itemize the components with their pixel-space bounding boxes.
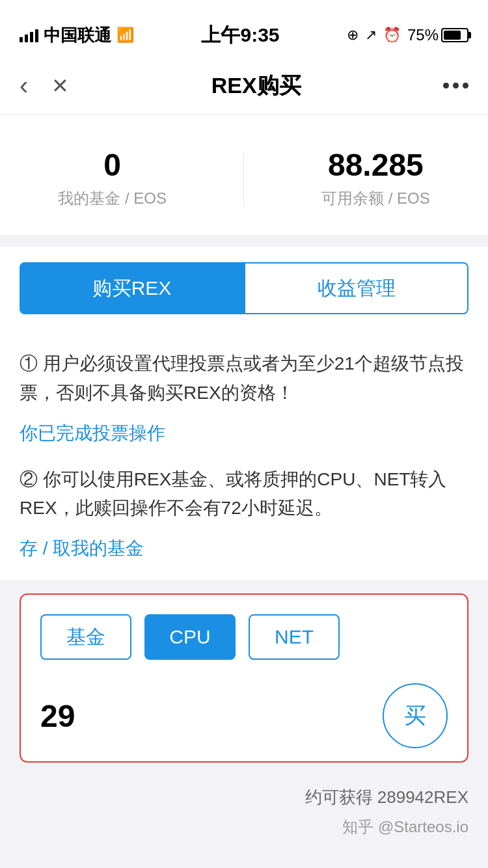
buy-button[interactable]: 买 [383, 683, 448, 748]
brand-label: 知乎 @Starteos.io [0, 814, 488, 857]
close-button[interactable]: ✕ [51, 74, 69, 98]
summary-section: 0 我的基金 / EOS 88.285 可用余额 / EOS [0, 115, 488, 235]
summary-divider [243, 154, 244, 206]
battery-icon [441, 28, 468, 42]
amount-row: 29 买 [40, 683, 448, 748]
back-button[interactable]: ‹ [20, 71, 28, 100]
gps-icon: ⊕ [347, 27, 359, 44]
fund-button[interactable]: 基金 [40, 614, 131, 660]
status-bar: 中国联通 📶 上午9:35 ⊕ ↗ ⏰ 75% [0, 0, 488, 57]
available-balance-item: 88.285 可用余额 / EOS [321, 147, 430, 209]
battery-indicator: 75% [407, 26, 468, 44]
status-right: ⊕ ↗ ⏰ 75% [347, 26, 468, 44]
section-divider-1 [0, 235, 488, 247]
status-time: 上午9:35 [201, 22, 279, 49]
cpu-button[interactable]: CPU [144, 614, 236, 660]
status-left: 中国联通 📶 [20, 24, 134, 47]
carrier-label: 中国联通 [44, 24, 111, 47]
fund-deposit-link[interactable]: 存 / 取我的基金 [20, 536, 468, 561]
alarm-icon: ⏰ [383, 27, 401, 44]
my-fund-item: 0 我的基金 / EOS [58, 147, 167, 209]
info-section: ① 用户必须设置代理投票点或者为至少21个超级节点投票，否则不具备购买REX的资… [0, 330, 488, 580]
wifi-icon: 📶 [116, 27, 134, 44]
signal-icon [20, 28, 38, 42]
estimated-rex: 约可获得 289942REX [0, 776, 488, 814]
nav-bar: ‹ ✕ REX购买 [0, 57, 488, 115]
battery-percent: 75% [407, 26, 439, 44]
location-icon: ↗ [365, 27, 377, 44]
resource-button-group: 基金 CPU NET [40, 614, 448, 660]
my-fund-label: 我的基金 / EOS [58, 188, 167, 209]
available-value: 88.285 [321, 147, 430, 183]
info-text-2: ② 你可以使用REX基金、或将质押的CPU、NET转入REX，此赎回操作不会有7… [20, 465, 468, 524]
tab-manage-earnings[interactable]: 收益管理 [244, 262, 468, 314]
available-label: 可用余额 / EOS [321, 188, 430, 209]
amount-value: 29 [40, 698, 75, 734]
dot-1 [443, 83, 449, 88]
vote-complete-link[interactable]: 你已完成投票操作 [20, 421, 468, 446]
tab-buy-rex[interactable]: 购买REX [20, 262, 244, 314]
action-box: 基金 CPU NET 29 买 [20, 593, 468, 763]
tab-bar: 购买REX 收益管理 [0, 247, 488, 330]
net-button[interactable]: NET [249, 614, 340, 660]
my-fund-value: 0 [58, 147, 167, 183]
dot-2 [453, 83, 459, 88]
nav-left-actions: ‹ ✕ [20, 71, 69, 100]
more-button[interactable] [443, 83, 468, 88]
page-title: REX购买 [69, 71, 443, 101]
dot-3 [463, 83, 468, 88]
info-text-1: ① 用户必须设置代理投票点或者为至少21个超级节点投票，否则不具备购买REX的资… [20, 349, 468, 408]
